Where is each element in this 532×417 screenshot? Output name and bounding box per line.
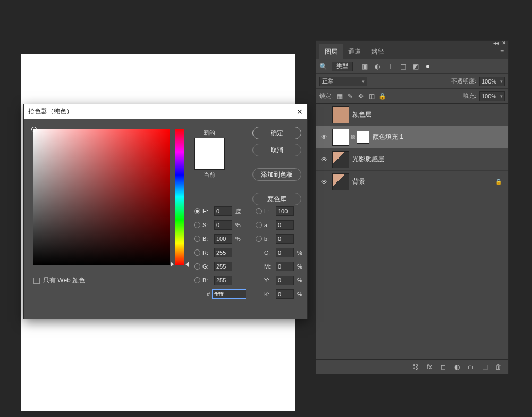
layer-row[interactable]: 👁 光影质感层 (316, 148, 508, 171)
filter-image-icon[interactable]: ▣ (360, 63, 369, 70)
lock-label: 锁定: (319, 92, 333, 100)
hex-input[interactable]: ffffff (212, 289, 246, 299)
s-unit: % (235, 222, 243, 228)
adjustment-icon[interactable]: ◐ (453, 363, 461, 371)
lab-l-row: L: 100 (256, 204, 305, 218)
layer-mask-thumb[interactable] (357, 131, 369, 144)
close-icon[interactable]: ✕ (297, 107, 303, 116)
new-layer-icon[interactable]: ◫ (480, 363, 489, 371)
layer-thumb[interactable] (332, 173, 349, 190)
k-label: K: (264, 291, 274, 297)
k-input[interactable]: 0 (276, 289, 294, 299)
labb-radio[interactable] (256, 236, 262, 242)
l-radio[interactable] (256, 208, 262, 214)
eye-icon[interactable]: 👁 (319, 178, 329, 186)
eye-icon[interactable]: 👁 (319, 156, 329, 163)
checkbox-icon[interactable] (33, 278, 40, 284)
b2-input[interactable]: 255 (214, 276, 232, 285)
h-input[interactable]: 0 (214, 206, 232, 216)
c-input[interactable]: 0 (276, 248, 294, 257)
web-only-checkbox[interactable]: 只有 Web 颜色 (33, 276, 85, 285)
lock-all-icon[interactable]: 🔒 (378, 93, 386, 100)
a-radio[interactable] (256, 222, 262, 228)
ok-button[interactable]: 确定 (252, 127, 301, 139)
lock-transparent-icon[interactable]: ▦ (336, 93, 343, 100)
c-label: C: (264, 249, 274, 256)
layer-thumb[interactable] (332, 151, 349, 168)
mask-icon[interactable]: ◻ (439, 363, 447, 371)
blend-mode-dropdown[interactable]: 正常 (319, 77, 367, 86)
l-input[interactable]: 100 (276, 206, 294, 216)
layer-filter-row: 🔍 类型 ▣ ◐ T ◫ ◩ (316, 59, 508, 74)
layer-name[interactable]: 光影质感层 (352, 155, 505, 164)
fill-input[interactable]: 100% (479, 91, 505, 101)
tab-layers[interactable]: 图层 (319, 44, 343, 59)
hue-arrow-right (185, 262, 189, 267)
layer-thumb[interactable] (332, 106, 349, 123)
layer-name[interactable]: 颜色填充 1 (373, 132, 505, 141)
b-input[interactable]: 100 (214, 234, 232, 244)
lock-move-icon[interactable]: ✥ (357, 93, 365, 100)
layer-thumb[interactable] (332, 129, 349, 146)
cmyk-m-row: M: 0 % (256, 260, 305, 273)
s-radio[interactable] (194, 222, 200, 228)
dialog-titlebar[interactable]: 拾色器（纯色） ✕ (24, 104, 307, 119)
opacity-input[interactable]: 100% (479, 77, 505, 86)
group-icon[interactable]: 🗀 (467, 363, 475, 371)
panel-menu-icon[interactable]: ≡ (500, 48, 504, 55)
collapse-icon[interactable]: ◂◂ (493, 40, 499, 46)
link-layers-icon[interactable]: ⛓ (411, 363, 420, 371)
filter-type-icon[interactable]: T (386, 63, 394, 70)
y-input[interactable]: 0 (276, 276, 294, 285)
layer-list: 颜色层 👁 ⛓ 颜色填充 1 👁 光影质感层 👁 背景 🔒 (316, 104, 508, 193)
k-unit: % (297, 291, 305, 297)
trash-icon[interactable]: 🗑 (494, 363, 503, 371)
g-input[interactable]: 255 (214, 262, 232, 271)
m-input[interactable]: 0 (276, 262, 294, 271)
hue-arrow-left (171, 262, 174, 267)
layer-row[interactable]: 👁 ⛓ 颜色填充 1 (316, 126, 508, 148)
r-radio[interactable] (194, 249, 200, 256)
filter-toggle-icon[interactable] (426, 65, 429, 68)
eye-icon[interactable]: 👁 (319, 134, 329, 141)
layer-name[interactable]: 颜色层 (352, 110, 505, 119)
filter-smart-icon[interactable]: ◩ (411, 63, 420, 70)
filter-kind-dropdown[interactable]: 类型 (332, 62, 353, 71)
r-input[interactable]: 255 (214, 248, 232, 257)
new-color-swatch[interactable] (194, 138, 225, 170)
r-label: R: (202, 249, 212, 256)
link-icon[interactable]: ⛓ (350, 134, 356, 140)
hsb-s-row: S: 0 % (194, 218, 246, 232)
hex-row: # ffffff (194, 287, 246, 301)
filter-adjust-icon[interactable]: ◐ (373, 63, 382, 70)
s-input[interactable]: 0 (214, 220, 232, 230)
tab-paths[interactable]: 路径 (366, 44, 390, 59)
labb-input[interactable]: 0 (276, 234, 294, 244)
lock-artboard-icon[interactable]: ◫ (368, 93, 375, 100)
close-panel-icon[interactable]: ✕ (502, 40, 506, 46)
b2-radio[interactable] (194, 277, 200, 283)
fx-icon[interactable]: fx (425, 363, 434, 371)
a-input[interactable]: 0 (276, 220, 294, 230)
layer-row[interactable]: 颜色层 (316, 104, 508, 126)
lock-fill-row: 锁定: ▦ ✎ ✥ ◫ 🔒 填充: 100% (316, 89, 508, 104)
layer-row[interactable]: 👁 背景 🔒 (316, 171, 508, 193)
add-swatch-button[interactable]: 添加到色板 (252, 168, 301, 181)
cancel-button[interactable]: 取消 (252, 144, 301, 156)
filter-shape-icon[interactable]: ◫ (399, 63, 407, 70)
lab-a-row: a: 0 (256, 218, 305, 232)
hue-slider[interactable] (175, 129, 184, 265)
tab-channels[interactable]: 通道 (343, 44, 366, 59)
hsb-b-row: B: 100 % (194, 232, 246, 246)
color-field[interactable] (33, 129, 170, 265)
h-radio[interactable] (194, 208, 200, 214)
layer-name[interactable]: 背景 (352, 177, 495, 186)
b-radio[interactable] (194, 236, 200, 242)
lock-brush-icon[interactable]: ✎ (347, 93, 354, 100)
rgb-r-row: R: 255 (194, 246, 246, 260)
a-label: a: (264, 222, 274, 228)
color-libraries-button[interactable]: 颜色库 (252, 193, 301, 205)
blend-opacity-row: 正常 不透明度: 100% (316, 74, 508, 89)
g-radio[interactable] (194, 263, 200, 270)
color-cursor[interactable] (31, 127, 37, 132)
